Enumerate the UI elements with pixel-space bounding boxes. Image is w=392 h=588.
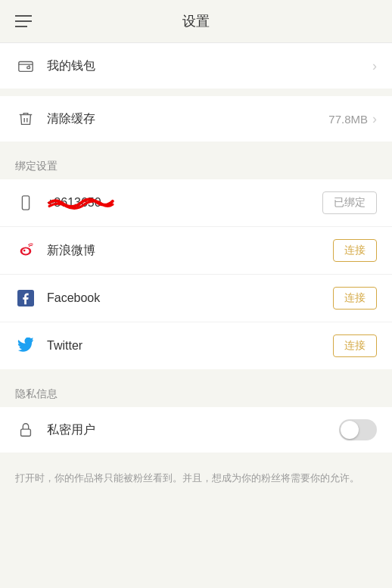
svg-rect-0 bbox=[19, 62, 33, 72]
phone-icon bbox=[15, 192, 36, 213]
cache-value: 77.8MB bbox=[328, 113, 368, 126]
wallet-label: 我的钱包 bbox=[47, 58, 372, 74]
svg-rect-8 bbox=[21, 429, 31, 436]
svg-rect-1 bbox=[27, 67, 30, 69]
wallet-icon bbox=[15, 55, 36, 76]
trash-icon bbox=[15, 108, 36, 129]
binding-section: +8613650 已绑定 新浪微博 连接 bbox=[0, 179, 392, 369]
toggle-switch[interactable] bbox=[339, 419, 377, 440]
private-user-toggle[interactable] bbox=[339, 419, 377, 440]
page-title: 设置 bbox=[182, 12, 210, 30]
lock-icon bbox=[15, 419, 36, 440]
phone-bound-button: 已绑定 bbox=[322, 191, 377, 214]
privacy-section: 私密用户 bbox=[0, 407, 392, 453]
cache-chevron: › bbox=[372, 111, 377, 127]
binding-section-header: 绑定设置 bbox=[0, 149, 392, 179]
menu-icon[interactable] bbox=[15, 15, 32, 27]
phone-item[interactable]: +8613650 已绑定 bbox=[0, 179, 392, 227]
privacy-title: 隐私信息 bbox=[15, 387, 58, 400]
header: 设置 bbox=[0, 0, 392, 43]
private-user-item[interactable]: 私密用户 bbox=[0, 407, 392, 453]
private-user-label: 私密用户 bbox=[47, 422, 339, 438]
wallet-item[interactable]: 我的钱包 › bbox=[0, 43, 392, 89]
weibo-connect-button[interactable]: 连接 bbox=[333, 239, 377, 262]
facebook-item[interactable]: Facebook 连接 bbox=[0, 275, 392, 322]
svg-point-5 bbox=[22, 248, 29, 254]
privacy-footer-description: 打开时，你的作品将只能被粉丝看到。并且，想成为你的粉丝将需要你的允许。 bbox=[15, 472, 359, 484]
binding-title: 绑定设置 bbox=[15, 160, 58, 172]
twitter-icon bbox=[15, 335, 36, 356]
twitter-connect-button[interactable]: 连接 bbox=[333, 334, 377, 357]
wallet-chevron: › bbox=[372, 58, 377, 74]
cache-item[interactable]: 清除缓存 77.8MB › bbox=[0, 96, 392, 142]
weibo-icon bbox=[15, 240, 36, 261]
twitter-item[interactable]: Twitter 连接 bbox=[0, 322, 392, 369]
privacy-section-header: 隐私信息 bbox=[0, 377, 392, 407]
footer-text: 打开时，你的作品将只能被粉丝看到。并且，想成为你的粉丝将需要你的允许。 bbox=[0, 460, 392, 497]
wallet-section: 我的钱包 › bbox=[0, 43, 392, 89]
facebook-label: Facebook bbox=[47, 291, 333, 305]
weibo-item[interactable]: 新浪微博 连接 bbox=[0, 227, 392, 275]
weibo-label: 新浪微博 bbox=[47, 243, 333, 259]
twitter-label: Twitter bbox=[47, 339, 333, 353]
facebook-icon bbox=[15, 288, 36, 309]
phone-number: +8613650 bbox=[47, 196, 322, 210]
cache-label: 清除缓存 bbox=[47, 111, 328, 127]
toggle-knob bbox=[341, 421, 359, 439]
svg-point-6 bbox=[23, 250, 26, 252]
facebook-connect-button[interactable]: 连接 bbox=[333, 287, 377, 310]
cache-section: 清除缓存 77.8MB › bbox=[0, 96, 392, 142]
